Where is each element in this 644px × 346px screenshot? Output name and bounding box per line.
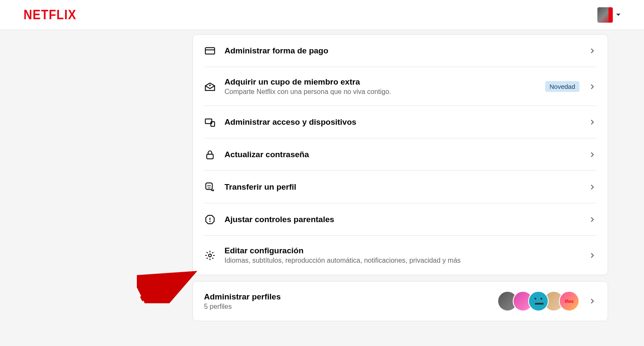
app-header: NETFLIX [0, 0, 644, 30]
credit-card-icon [204, 45, 216, 57]
caret-down-icon [616, 14, 620, 16]
svg-point-13 [209, 254, 212, 257]
chevron-right-icon [588, 251, 597, 260]
profile-transfer-icon [204, 181, 216, 193]
chevron-right-icon [588, 215, 597, 224]
extra-member-item[interactable]: Adquirir un cupo de miembro extra Compar… [193, 67, 608, 106]
warning-octagon-icon [204, 214, 216, 226]
chevron-right-icon [588, 118, 597, 126]
svg-rect-0 [205, 47, 215, 54]
item-text: Administrar forma de pago [225, 46, 579, 56]
profile-avatar-kids: iños [559, 291, 579, 311]
svg-point-8 [208, 185, 208, 186]
item-subtitle: Idiomas, subtítulos, reproducción automá… [225, 257, 579, 264]
manage-profiles-card[interactable]: Administrar perfiles 5 perfiles iños [192, 281, 608, 321]
manage-payment-item[interactable]: Administrar forma de pago [193, 35, 608, 67]
parental-controls-item[interactable]: Ajustar controles parentales [193, 203, 608, 236]
lock-icon [204, 149, 216, 161]
item-subtitle: Comparte Netflix con una persona que no … [225, 88, 537, 96]
item-title: Adquirir un cupo de miembro extra [225, 77, 537, 87]
edit-settings-item[interactable]: Editar configuración Idiomas, subtítulos… [193, 236, 608, 275]
chevron-right-icon [588, 150, 597, 159]
transfer-profile-item[interactable]: Transferir un perfil [193, 171, 608, 203]
item-text: Administrar acceso y dispositivos [225, 117, 579, 127]
item-text: Editar configuración Idiomas, subtítulos… [225, 246, 579, 264]
profile-avatars-stack: iños [497, 291, 579, 311]
new-badge: Novedad [545, 81, 579, 92]
gear-icon [204, 249, 216, 261]
chevron-right-icon [588, 47, 597, 55]
profiles-title: Administrar perfiles [204, 292, 489, 302]
svg-line-15 [141, 276, 188, 299]
chevron-right-icon [588, 183, 597, 191]
arrow-annotation [137, 265, 201, 305]
chevron-right-icon [588, 297, 597, 305]
item-title: Transferir un perfil [225, 182, 579, 192]
svg-rect-7 [206, 183, 212, 189]
item-title: Editar configuración [225, 246, 579, 255]
svg-rect-6 [207, 154, 213, 159]
settings-card: Administrar forma de pago Adquirir un cu… [192, 34, 608, 275]
profile-avatar-3 [528, 291, 549, 311]
item-title: Ajustar controles parentales [225, 215, 579, 224]
profile-menu-button[interactable] [597, 7, 620, 23]
item-title: Administrar forma de pago [225, 46, 579, 56]
item-text: Actualizar contraseña [225, 150, 579, 159]
netflix-logo[interactable]: NETFLIX [24, 7, 77, 22]
update-password-item[interactable]: Actualizar contraseña [193, 138, 608, 171]
profiles-subtitle: 5 perfiles [204, 303, 489, 311]
item-text: Transferir un perfil [225, 182, 579, 192]
manage-devices-item[interactable]: Administrar acceso y dispositivos [193, 106, 608, 138]
item-title: Administrar acceso y dispositivos [225, 117, 579, 127]
profiles-text: Administrar perfiles 5 perfiles [204, 292, 489, 311]
chevron-right-icon [588, 82, 597, 91]
content-area: Administrar forma de pago Adquirir un cu… [0, 30, 644, 321]
envelope-plus-icon [204, 81, 216, 93]
item-text: Ajustar controles parentales [225, 215, 579, 224]
svg-point-12 [210, 221, 210, 222]
item-text: Adquirir un cupo de miembro extra Compar… [225, 77, 537, 96]
item-title: Actualizar contraseña [225, 150, 579, 159]
svg-point-9 [210, 185, 210, 186]
devices-icon [204, 116, 216, 128]
avatar [597, 7, 613, 23]
